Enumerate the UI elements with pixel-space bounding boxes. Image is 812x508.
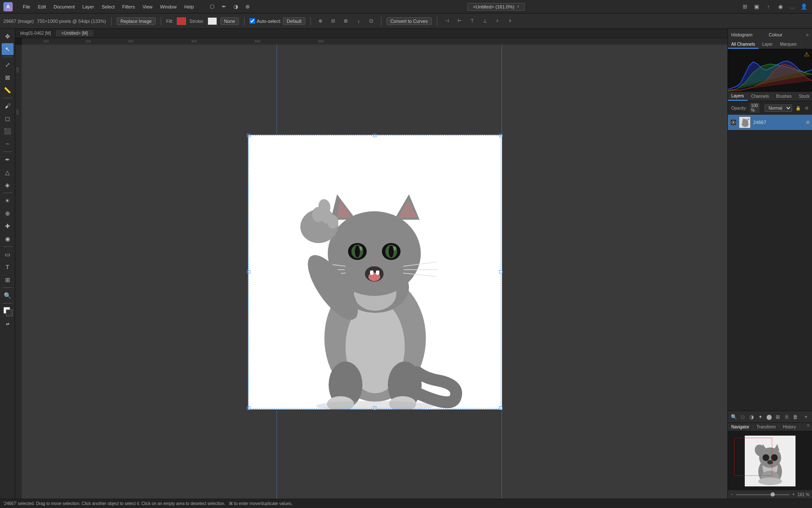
histogram-header[interactable]: Histogram Colour ≡ xyxy=(728,29,812,41)
menu-filters[interactable]: Filters xyxy=(119,3,138,11)
layer-visibility-button[interactable] xyxy=(730,119,736,125)
menu-window[interactable]: Window xyxy=(157,3,180,11)
align-left-icon[interactable]: ⊣ xyxy=(442,17,452,26)
histogram-menu-icon[interactable]: ≡ xyxy=(806,33,809,37)
align-icon[interactable]: ⊕ xyxy=(316,17,325,26)
search-layers-button[interactable]: 🔍 xyxy=(730,413,738,421)
histogram-tab-layer[interactable]: Layer xyxy=(759,41,776,49)
color-picker-swatch[interactable] xyxy=(2,305,14,317)
align-center-icon[interactable]: ⊢ xyxy=(455,17,464,26)
text-tool[interactable]: T xyxy=(2,261,14,273)
zoom-plus-icon[interactable]: + xyxy=(792,491,795,497)
top-toolbar-icons: ⬡ ✒ ◑ ⊗ xyxy=(207,2,252,11)
filter-tool[interactable]: ⊞ xyxy=(2,274,14,286)
align-top-icon[interactable]: ⊥ xyxy=(480,17,490,26)
tab-close-icon[interactable]: × xyxy=(517,4,519,9)
add-layer-button[interactable]: + xyxy=(802,413,809,421)
fill-tool[interactable]: ⬛ xyxy=(2,125,14,137)
convert-curves-button[interactable]: Convert to Curves xyxy=(387,17,432,25)
toolbar-brush-icon[interactable]: ⬡ xyxy=(207,2,217,11)
toolbar-cancel-icon[interactable]: ⊗ xyxy=(243,2,252,11)
menu-edit[interactable]: Edit xyxy=(35,3,49,11)
layers-tab-brushes[interactable]: Brushes xyxy=(773,92,796,100)
swap-colors-icon[interactable]: ⇄ xyxy=(2,318,14,330)
arrange-icon2[interactable]: ⊞ xyxy=(341,17,351,26)
add-mask-button[interactable]: ⬤ xyxy=(765,413,773,421)
duplicate-button[interactable]: ⎘ xyxy=(783,413,790,421)
blend-lock-icon[interactable]: 🔒 xyxy=(795,105,801,111)
flip-icon[interactable]: ↕ xyxy=(354,17,363,26)
menu-help[interactable]: Help xyxy=(181,3,198,11)
delete-button[interactable]: 🗑 xyxy=(792,413,799,421)
arrange-icon[interactable]: ⊞ xyxy=(740,2,749,11)
add-fx-button[interactable]: ✦ xyxy=(757,413,764,421)
blend-mode-select[interactable]: Normal Multiply Screen Overlay xyxy=(765,105,792,112)
stroke-none-button[interactable]: None xyxy=(220,17,239,25)
menu-select[interactable]: Select xyxy=(98,3,118,11)
menu-view[interactable]: View xyxy=(139,3,156,11)
histogram-tab-marquee[interactable]: Marquee xyxy=(776,41,800,49)
layers-tab-layers[interactable]: Layers xyxy=(728,92,748,101)
opacity-value[interactable]: 100 % xyxy=(749,103,760,113)
red-eye-tool[interactable]: ◉ xyxy=(2,233,14,245)
select-tool[interactable]: ↖ xyxy=(2,43,14,55)
move-tool[interactable]: ✥ xyxy=(2,30,14,42)
align-right-icon[interactable]: ⊤ xyxy=(468,17,477,26)
upload-icon[interactable]: ↑ xyxy=(764,2,773,11)
clone-tool[interactable]: ⊕ xyxy=(2,207,14,219)
zoom-tool[interactable]: 🔍 xyxy=(2,290,14,301)
fill-color-swatch[interactable] xyxy=(177,17,186,25)
zoom-slider-thumb[interactable] xyxy=(771,492,775,497)
canvas-tab-1[interactable]: <Untitled> [M] xyxy=(56,30,93,36)
toolbar-pen-icon[interactable]: ✒ xyxy=(219,2,228,11)
histogram-tab-all[interactable]: All Channels xyxy=(728,41,759,49)
more-icon[interactable]: … xyxy=(787,2,797,11)
menu-layer[interactable]: Layer xyxy=(79,3,98,11)
shape-tool[interactable]: ▭ xyxy=(2,248,14,260)
dodge-tool[interactable]: ☀ xyxy=(2,195,14,207)
history-tab[interactable]: History xyxy=(779,423,800,431)
smudge-tool[interactable]: ~ xyxy=(2,138,14,150)
canvas-inner[interactable] xyxy=(248,135,502,409)
navigator-menu-icon[interactable]: ≡ xyxy=(804,423,812,431)
lock-icon[interactable]: ⊡ xyxy=(367,17,376,26)
blend-settings-icon[interactable]: ⚙ xyxy=(804,105,809,111)
align-middle-icon[interactable]: ⊦ xyxy=(493,17,502,26)
paint-brush-tool[interactable]: 🖌 xyxy=(2,100,14,112)
group-button[interactable]: ⊞ xyxy=(774,413,782,421)
zoom-slider[interactable] xyxy=(736,494,790,495)
slice-tool[interactable]: ⊠ xyxy=(2,72,14,83)
vector-tool[interactable]: △ xyxy=(2,166,14,178)
stroke-label: Stroke: xyxy=(189,19,204,24)
menu-file[interactable]: File xyxy=(19,3,34,11)
distribute-icon[interactable]: ⊟ xyxy=(329,17,338,26)
ruler-horizontal: 100 200 300 400 500 600 xyxy=(22,38,727,45)
zoom-minus-icon[interactable]: − xyxy=(730,491,733,497)
menu-document[interactable]: Document xyxy=(50,3,78,11)
main-tab[interactable]: <Untitled> (161.0%) × xyxy=(467,3,525,11)
add-pixel-button[interactable]: □ xyxy=(739,413,746,421)
toolbar-color-icon[interactable]: ◑ xyxy=(231,2,240,11)
user-icon[interactable]: 👤 xyxy=(799,2,809,11)
align-bottom-icon[interactable]: ⊧ xyxy=(506,17,515,26)
layers-tab-channels[interactable]: Channels xyxy=(748,92,773,100)
canvas-tab-0[interactable]: blog01-0462 [M] xyxy=(15,30,56,36)
add-adjustment-button[interactable]: ◑ xyxy=(748,413,755,421)
pen-tool[interactable]: ✒ xyxy=(2,154,14,166)
layers-tab-stock[interactable]: Stock xyxy=(796,92,812,100)
stroke-color-swatch[interactable] xyxy=(208,17,217,25)
replace-image-button[interactable]: Replace Image xyxy=(117,17,156,25)
node-tool[interactable]: ◈ xyxy=(2,179,14,191)
broadcast-icon[interactable]: ◉ xyxy=(776,2,785,11)
auto-select-select[interactable]: Default xyxy=(283,17,305,25)
transform-tab[interactable]: Transform xyxy=(753,423,779,431)
crop-tool[interactable]: ⤢ xyxy=(2,59,14,71)
healing-tool[interactable]: ✚ xyxy=(2,220,14,232)
ruler-tool[interactable]: 📏 xyxy=(2,84,14,96)
auto-select-checkbox[interactable] xyxy=(250,18,255,24)
navigator-tab[interactable]: Navigator xyxy=(728,423,753,431)
display-icon[interactable]: ▣ xyxy=(752,2,761,11)
layer-row-0[interactable]: 24667 xyxy=(728,115,812,130)
cat-canvas[interactable] xyxy=(248,135,502,409)
eraser-tool[interactable]: ◻ xyxy=(2,113,14,124)
